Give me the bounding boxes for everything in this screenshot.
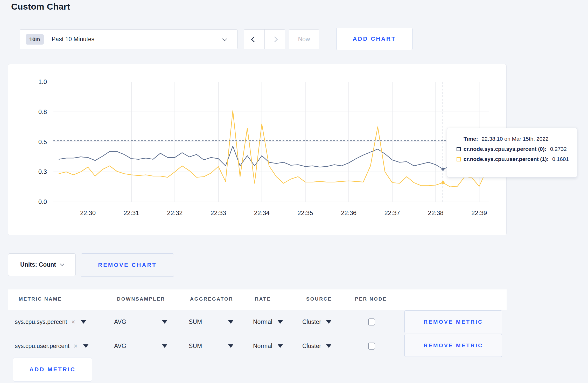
remove-metric-button[interactable]: REMOVE METRIC	[404, 334, 502, 357]
svg-text:22:32: 22:32	[167, 209, 183, 216]
chevron-left-icon	[251, 36, 257, 42]
clear-metric-icon[interactable]: ×	[74, 343, 78, 349]
dropdown-caret-icon	[326, 320, 331, 324]
chevron-down-icon	[222, 36, 227, 41]
next-time-button[interactable]	[264, 30, 285, 49]
chart-tooltip: Time:22:38:10 on Mar 15th, 2022 cr.node.…	[447, 128, 577, 178]
tooltip-series-swatch-sys	[457, 147, 461, 151]
time-range-select[interactable]: 10m Past 10 Minutes	[20, 29, 237, 49]
dropdown-caret-icon	[278, 344, 283, 348]
page-title: Custom Chart	[11, 2, 70, 12]
tooltip-series-value: 0.2732	[550, 146, 567, 152]
remove-chart-button[interactable]: REMOVE CHART	[81, 253, 174, 277]
add-metric-button[interactable]: ADD METRIC	[13, 358, 92, 381]
units-select[interactable]: Units: Count	[8, 253, 76, 276]
per-node-checkbox[interactable]	[368, 318, 375, 325]
svg-text:22:31: 22:31	[124, 209, 139, 216]
svg-text:22:38: 22:38	[428, 209, 444, 216]
toolbar-divider	[8, 29, 8, 49]
units-label: Units: Count	[20, 261, 56, 268]
dropdown-caret-icon	[326, 344, 331, 348]
header-rate: RATE	[255, 296, 271, 302]
prev-time-button[interactable]	[244, 30, 264, 49]
svg-text:22:36: 22:36	[341, 209, 356, 216]
dropdown-caret-icon	[278, 320, 283, 324]
downsampler-select[interactable]: AVG	[114, 341, 167, 351]
downsampler-select[interactable]: AVG	[114, 317, 167, 327]
header-aggregator: AGGREGATOR	[190, 296, 233, 302]
tooltip-series-value: 0.1601	[552, 156, 569, 162]
aggregator-select[interactable]: SUM	[189, 341, 233, 351]
dropdown-caret-icon	[162, 320, 167, 324]
svg-text:1.0: 1.0	[38, 78, 47, 85]
source-value: Cluster	[302, 318, 321, 325]
svg-text:0.3: 0.3	[38, 168, 47, 175]
source-select[interactable]: Cluster	[302, 317, 331, 327]
svg-text:0.8: 0.8	[38, 108, 47, 115]
tooltip-series-row: cr.node.sys.cpu.sys.percent (0): 0.2732	[457, 146, 569, 152]
source-value: Cluster	[302, 343, 321, 350]
dropdown-caret-icon	[228, 344, 233, 348]
rate-value: Normal	[253, 343, 272, 350]
metric-name-select[interactable]: sys.cpu.sys.percent	[15, 318, 67, 325]
tooltip-series-name: cr.node.sys.cpu.user.percent (1):	[464, 156, 549, 162]
remove-metric-button[interactable]: REMOVE METRIC	[404, 310, 502, 333]
aggregator-value: SUM	[189, 343, 202, 350]
dropdown-caret-icon	[162, 344, 167, 348]
downsampler-value: AVG	[114, 343, 126, 350]
tooltip-series-name: cr.node.sys.cpu.sys.percent (0):	[464, 146, 547, 152]
svg-text:22:39: 22:39	[471, 209, 487, 216]
tooltip-time-value: 22:38:10 on Mar 15th, 2022	[482, 136, 549, 142]
dropdown-caret-icon	[83, 344, 88, 348]
chevron-down-icon	[60, 262, 64, 266]
metric-name-select[interactable]: sys.cpu.user.percent	[15, 343, 69, 350]
header-downsampler: DOWNSAMPLER	[117, 296, 165, 302]
svg-text:22:33: 22:33	[211, 209, 226, 216]
tooltip-series-swatch-user	[457, 157, 461, 161]
svg-text:22:37: 22:37	[384, 209, 400, 216]
tooltip-series-row: cr.node.sys.cpu.user.percent (1): 0.1601	[457, 156, 569, 162]
downsampler-value: AVG	[114, 318, 126, 325]
per-node-checkbox[interactable]	[368, 343, 375, 350]
chevron-right-icon	[272, 36, 278, 42]
aggregator-value: SUM	[189, 318, 202, 325]
header-metric-name: METRIC NAME	[19, 296, 62, 302]
clear-metric-icon[interactable]: ×	[71, 318, 75, 325]
svg-text:0.5: 0.5	[38, 138, 47, 145]
now-button[interactable]: Now	[289, 29, 319, 49]
chart-card: 0.00.30.50.81.022:3022:3122:3222:3322:34…	[8, 64, 507, 235]
tooltip-time-row: Time:22:38:10 on Mar 15th, 2022	[464, 136, 569, 142]
svg-text:22:30: 22:30	[80, 209, 96, 216]
metrics-table-header: METRIC NAME DOWNSAMPLER AGGREGATOR RATE …	[8, 289, 507, 310]
header-per-node: PER NODE	[355, 296, 387, 302]
add-chart-button[interactable]: ADD CHART	[336, 28, 412, 50]
svg-text:22:35: 22:35	[297, 209, 313, 216]
header-source: SOURCE	[306, 296, 332, 302]
aggregator-select[interactable]: SUM	[189, 317, 233, 327]
svg-text:0.0: 0.0	[38, 198, 47, 205]
dropdown-caret-icon	[228, 320, 233, 324]
metrics-chart[interactable]: 0.00.30.50.81.022:3022:3122:3222:3322:34…	[8, 64, 507, 235]
dropdown-caret-icon	[81, 320, 86, 324]
custom-chart-page: Custom Chart 10m Past 10 Minutes Now ADD…	[0, 0, 588, 383]
source-select[interactable]: Cluster	[302, 341, 331, 351]
time-window-badge: 10m	[26, 34, 44, 45]
rate-select[interactable]: Normal	[253, 317, 283, 327]
tooltip-time-label: Time:	[464, 136, 478, 142]
svg-text:22:34: 22:34	[254, 209, 270, 216]
rate-value: Normal	[253, 318, 272, 325]
rate-select[interactable]: Normal	[253, 341, 283, 351]
time-range-label: Past 10 Minutes	[52, 36, 94, 43]
time-nav-group	[244, 29, 285, 49]
